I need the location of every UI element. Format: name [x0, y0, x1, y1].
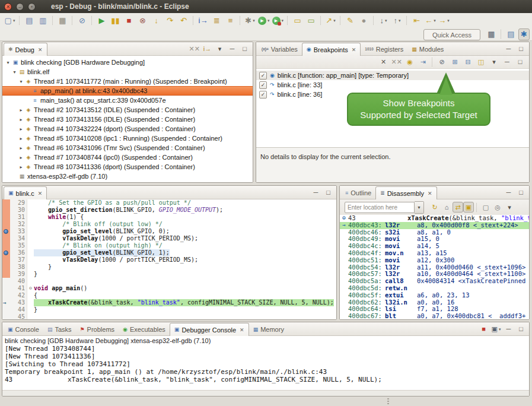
maximize-icon[interactable]: □ [239, 44, 250, 54]
close-button[interactable]: ✕ [4, 3, 12, 11]
show-breakpoints-for-target-icon[interactable]: ◉ [404, 57, 416, 67]
line-number[interactable]: 30 [10, 207, 27, 214]
view-menu-icon[interactable]: ▾ [214, 44, 225, 54]
debug-perspective-button[interactable]: ✱ [518, 28, 530, 40]
annotation-ruler[interactable] [2, 199, 10, 207]
minimize-icon[interactable]: ─ [310, 188, 321, 198]
collapse-all-icon[interactable]: ⊟ [462, 57, 474, 67]
disassembly-line[interactable]: 400dbc5f:extuia6, a0, 23, 13 [340, 292, 529, 299]
breakpoint-checkbox[interactable]: ✓ [259, 72, 267, 80]
statusbar-drag-handle[interactable] [387, 398, 389, 404]
breakpoint-checkbox[interactable]: ✓ [259, 91, 267, 99]
remove-all-terminated-icon[interactable]: ✕✕ [189, 44, 200, 54]
annotation-ruler[interactable] [2, 221, 10, 228]
maximize-button[interactable]: + [28, 3, 36, 11]
annotation-icon[interactable]: ● [358, 15, 370, 27]
instruction-stepping-mode-icon[interactable]: i→ [202, 44, 213, 54]
step-into-icon[interactable]: ↓ [150, 15, 163, 27]
terminate-icon[interactable]: ■ [478, 324, 489, 334]
view-menu-icon[interactable]: ▾ [504, 202, 515, 212]
tree-item[interactable]: ▸◈Thread #7 1073408744 (ipc0) (Suspended… [2, 153, 253, 162]
dropdown-arrow-icon[interactable]: ▾ [13, 18, 15, 23]
editor-line[interactable]: 37 vTaskDelay(1000 / portTICK_PERIOD_MS)… [2, 256, 336, 264]
tab-modules[interactable]: ▦Modules [407, 43, 448, 55]
annotation-ruler[interactable] [2, 214, 10, 221]
view-menu-icon[interactable]: ▾ [488, 57, 500, 67]
dropdown-arrow-icon[interactable]: ▾ [282, 18, 284, 23]
new-view-icon[interactable]: ▢ [480, 202, 492, 212]
minimize-icon[interactable]: ─ [503, 324, 514, 334]
sync-with-stack-icon[interactable]: ⇄ [453, 202, 463, 212]
forward-icon[interactable]: →▾ [438, 15, 450, 27]
collapsed-arrow-icon[interactable]: ▸ [18, 136, 24, 141]
dropdown-arrow-icon[interactable]: ▾ [385, 18, 387, 23]
quick-access-button[interactable]: Quick Access [423, 29, 480, 40]
editor-line[interactable]: →43 xTaskCreate(&blink_task, "blink_task… [2, 299, 336, 306]
skip-all-breakpoints-icon[interactable]: ⊘ [76, 15, 88, 27]
annotation-ruler[interactable] [2, 242, 10, 249]
minimize-icon[interactable]: ─ [501, 57, 513, 67]
mark-occurrences-icon[interactable]: ✎ [344, 15, 356, 27]
editor-line[interactable]: 40 [2, 278, 336, 285]
console-horizontal-scrollbar[interactable] [2, 390, 529, 396]
annotation-ruler[interactable] [2, 306, 10, 313]
expanded-arrow-icon[interactable]: ▾ [5, 60, 11, 65]
line-number[interactable]: 32 [10, 221, 27, 228]
expanded-arrow-icon[interactable]: ▾ [18, 79, 24, 84]
tab-console[interactable]: ▣Console [4, 323, 43, 335]
line-number[interactable]: 43 [10, 299, 27, 306]
run-icon[interactable]: ▶▾ [257, 15, 270, 27]
annotation-ruler[interactable] [2, 271, 10, 278]
open-resource-icon[interactable]: ▭ [305, 15, 317, 27]
editor-line[interactable]: 45 [2, 313, 336, 319]
line-number[interactable]: 29 [10, 199, 27, 207]
debug-launch-tree[interactable]: ▾▣blink checking [GDB Hardware Debugging… [2, 56, 253, 182]
tab-disassembly[interactable]: ≣Disassembly✕ [375, 186, 437, 199]
expanded-arrow-icon[interactable]: ▾ [11, 69, 18, 75]
display-console-icon[interactable]: ▣▾ [490, 324, 502, 334]
tree-item[interactable]: ▸◈Thread #4 1073432224 (dport) (Suspende… [2, 124, 253, 134]
line-number[interactable]: 45 [10, 313, 27, 319]
annotation-ruler[interactable] [2, 292, 10, 299]
editor-line[interactable]: 42{ [2, 292, 336, 299]
annotation-ruler[interactable]: → [2, 299, 10, 306]
line-number[interactable]: 36 [10, 249, 27, 256]
line-number[interactable]: 31 [10, 214, 27, 221]
last-edit-location-icon[interactable]: ⇤ [410, 15, 423, 27]
disassembly-listing[interactable]: ⊖43 xTaskCreate(&blink_task, "blink_tas→… [340, 215, 529, 319]
resume-icon[interactable]: ▶ [95, 15, 108, 27]
minimize-icon[interactable]: ─ [227, 44, 238, 54]
fold-collapse-icon[interactable]: ⊖ [27, 285, 34, 292]
location-dropdown-icon[interactable]: ▼ [415, 201, 424, 214]
tree-item[interactable]: ▦xtensa-esp32-elf-gdb (7.10) [2, 172, 253, 181]
tab-registers[interactable]: 1010Registers [361, 43, 407, 55]
dropdown-arrow-icon[interactable]: ▾ [434, 18, 436, 23]
editor-line[interactable]: 39} [2, 271, 336, 278]
show-threads-icon[interactable]: ≣ [211, 15, 223, 27]
tree-item[interactable]: ▾▤blink.elf [2, 67, 253, 77]
line-number[interactable]: 37 [10, 256, 27, 264]
disassembly-line[interactable]: 400dbc5d:retw.n [340, 285, 529, 292]
collapsed-arrow-icon[interactable]: ▸ [18, 107, 24, 113]
annotation-ruler[interactable] [2, 313, 10, 319]
tree-item[interactable]: ▾◈Thread #1 1073411772 (main : Running) … [2, 77, 253, 86]
annotation-ruler[interactable] [2, 249, 10, 256]
external-tools-icon[interactable]: ▶▾ [272, 15, 285, 27]
line-number[interactable]: 38 [10, 264, 27, 271]
save-all-icon[interactable]: ▥ [37, 15, 49, 27]
back-icon[interactable]: ←▾ [424, 15, 437, 27]
dropdown-arrow-icon[interactable]: ▾ [333, 18, 336, 23]
group-by-icon[interactable]: ◫ [475, 57, 487, 67]
disassembly-line[interactable]: →400dbc43:l32ra8, 0x400d00f8 <_stext+224… [340, 222, 529, 229]
breakpoint-marker-icon[interactable] [4, 250, 8, 255]
home-icon[interactable]: ⌂ [441, 202, 453, 212]
new-wizard-icon[interactable]: ▢▾ [4, 15, 16, 27]
tree-item[interactable]: ▸◈Thread #5 1073410208 (ipc1 : Running) … [2, 134, 253, 143]
save-icon[interactable]: ▤ [23, 15, 36, 27]
line-number[interactable]: 39 [10, 271, 27, 278]
editor-line[interactable]: 35 /* Blink on (output high) */ [2, 242, 336, 249]
collapsed-arrow-icon[interactable]: ▸ [18, 126, 24, 132]
tree-item[interactable]: ▸◈Thread #8 1073411336 (dport) (Suspende… [2, 162, 253, 172]
close-icon[interactable]: ✕ [38, 47, 43, 53]
maximize-icon[interactable]: □ [323, 188, 334, 198]
